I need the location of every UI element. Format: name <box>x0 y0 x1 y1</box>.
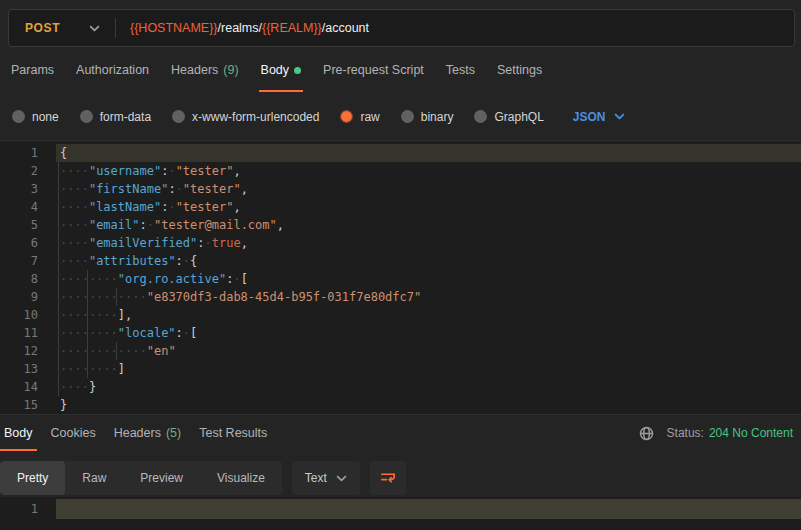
code-line-content: ····"attributes":·{ <box>56 252 801 270</box>
response-tab-test-results[interactable]: Test Results <box>190 415 276 451</box>
indent-guide <box>116 288 117 306</box>
body-mode-label: form-data <box>100 110 151 124</box>
code-token: { <box>190 254 197 268</box>
response-tab-cookies[interactable]: Cookies <box>42 415 105 451</box>
code-line[interactable]: 6····"emailVerified":·true, <box>0 234 801 252</box>
indent-guide <box>87 288 88 306</box>
line-number: 1 <box>0 499 38 519</box>
code-line[interactable]: 10········], <box>0 306 801 324</box>
tab-settings[interactable]: Settings <box>486 47 553 93</box>
code-line[interactable]: 7····"attributes":·{ <box>0 252 801 270</box>
code-line[interactable]: 4····"lastName":·"tester", <box>0 198 801 216</box>
tab-params[interactable]: Params <box>0 47 65 93</box>
body-mode-label: x-www-form-urlencoded <box>192 110 319 124</box>
code-token: "tester@mail.com" <box>154 218 277 232</box>
tab-label: Tests <box>446 63 475 77</box>
code-token: "e8370df3-dab8-45d4-b95f-031f7e80dfc7" <box>147 290 422 304</box>
language-select[interactable]: JSON <box>573 110 625 124</box>
indent-guide <box>87 324 88 342</box>
indent-guide <box>87 360 88 378</box>
whitespace-dots: · <box>176 182 183 196</box>
tab-pre-request-script[interactable]: Pre-request Script <box>312 47 435 93</box>
code-line[interactable]: 12············"en" <box>0 342 801 360</box>
body-mode-raw[interactable]: raw <box>340 110 379 124</box>
whitespace-dots: ···· <box>60 164 89 178</box>
view-mode-visualize[interactable]: Visualize <box>200 461 282 495</box>
code-line-content: ····"username":·"tester", <box>56 162 801 180</box>
code-line[interactable]: 5····"email":·"tester@mail.com", <box>0 216 801 234</box>
radio-button-selected <box>340 110 353 123</box>
line-number: 7 <box>0 252 38 270</box>
body-mode-label: GraphQL <box>494 110 543 124</box>
view-mode-preview[interactable]: Preview <box>123 461 200 495</box>
unsaved-changes-dot <box>294 67 301 74</box>
view-mode-pretty[interactable]: Pretty <box>0 461 65 495</box>
indent-guide <box>87 270 88 288</box>
chevron-down-icon <box>336 473 347 484</box>
code-token: : <box>176 326 183 340</box>
indent-guide <box>87 342 88 360</box>
code-token: "firstName" <box>89 182 168 196</box>
response-selected-line[interactable] <box>56 499 801 519</box>
globe-icon[interactable] <box>639 426 654 441</box>
url-segment: /account <box>322 21 369 35</box>
code-line[interactable]: 9············"e8370df3-dab8-45d4-b95f-03… <box>0 288 801 306</box>
body-mode-form-data[interactable]: form-data <box>80 110 151 124</box>
tab-headers[interactable]: Headers(9) <box>160 47 250 93</box>
code-token: , <box>233 200 240 214</box>
code-line[interactable]: 3····"firstName":·"tester", <box>0 180 801 198</box>
code-token: "locale" <box>118 326 176 340</box>
code-line[interactable]: 2····"username":·"tester", <box>0 162 801 180</box>
whitespace-dots: · <box>183 326 190 340</box>
code-line[interactable]: 14····} <box>0 378 801 396</box>
code-token: "en" <box>147 344 176 358</box>
response-header: BodyCookiesHeaders(5)Test Results Status… <box>0 415 801 451</box>
indent-guide <box>58 378 59 396</box>
code-token: true <box>212 236 241 250</box>
whitespace-dots: · <box>168 200 175 214</box>
request-body-editor[interactable]: 1{2····"username":·"tester",3····"firstN… <box>0 140 801 415</box>
url-segment: /realms/ <box>218 21 262 35</box>
code-line[interactable]: 15} <box>0 396 801 414</box>
tab-label: Pre-request Script <box>323 63 424 77</box>
code-line-content: ············"e8370df3-dab8-45d4-b95f-031… <box>56 288 801 306</box>
tab-body[interactable]: Body <box>250 47 313 93</box>
response-status: Status: 204 No Content <box>639 415 793 451</box>
code-token: , <box>233 164 240 178</box>
format-select[interactable]: Text <box>292 461 360 495</box>
tab-tests[interactable]: Tests <box>435 47 486 93</box>
view-mode-raw[interactable]: Raw <box>65 461 123 495</box>
url-input[interactable]: {{HOSTNAME}}/realms/{{REALM}}/account <box>116 10 794 46</box>
indent-guide <box>58 270 59 288</box>
response-code-line[interactable]: 1 <box>0 499 801 519</box>
response-tab-body[interactable]: Body <box>0 415 42 451</box>
wrap-text-button[interactable] <box>370 461 406 495</box>
whitespace-dots: ···· <box>60 380 89 394</box>
whitespace-dots: ········ <box>60 326 118 340</box>
code-line[interactable]: 1{ <box>0 144 801 162</box>
code-line[interactable]: 11········"locale":·[ <box>0 324 801 342</box>
whitespace-dots: ···· <box>60 182 89 196</box>
code-token: ], <box>118 308 132 322</box>
indent-guide <box>58 324 59 342</box>
code-token: : <box>168 182 175 196</box>
tab-label: Authorization <box>76 63 149 77</box>
request-tabs: ParamsAuthorizationHeaders(9)BodyPre-req… <box>0 47 801 93</box>
tab-authorization[interactable]: Authorization <box>65 47 160 93</box>
line-number: 11 <box>0 324 38 342</box>
response-tab-headers[interactable]: Headers(5) <box>105 415 191 451</box>
tab-label: Test Results <box>199 426 267 440</box>
code-line[interactable]: 8········"org.ro.active":·[ <box>0 270 801 288</box>
body-mode-none[interactable]: none <box>12 110 59 124</box>
line-number: 6 <box>0 234 38 252</box>
response-body-editor[interactable]: 1 <box>0 497 801 530</box>
body-mode-binary[interactable]: binary <box>401 110 454 124</box>
method-selector[interactable]: POST <box>9 10 115 46</box>
code-token: [ <box>241 272 248 286</box>
body-mode-label: raw <box>360 110 379 124</box>
code-line[interactable]: 13········] <box>0 360 801 378</box>
indent-guide <box>58 306 59 324</box>
body-mode-x-www-form-urlencoded[interactable]: x-www-form-urlencoded <box>172 110 319 124</box>
status-value: 204 No Content <box>709 426 793 440</box>
body-mode-graphql[interactable]: GraphQL <box>474 110 543 124</box>
